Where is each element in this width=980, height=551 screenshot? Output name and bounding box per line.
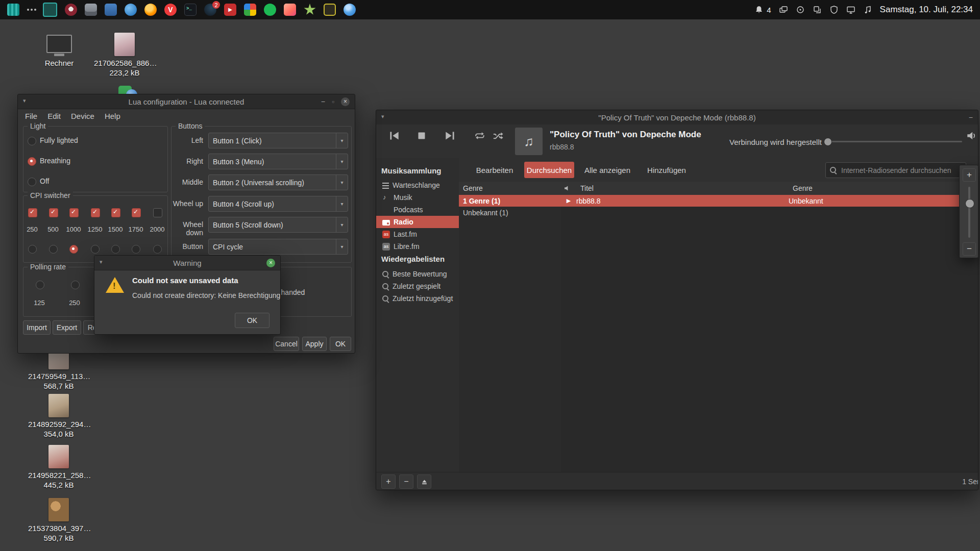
cpi-checkbox-1250[interactable]: [91, 208, 100, 217]
cpi-active-radio-2000[interactable]: [153, 245, 162, 254]
cpi-checkbox-1500[interactable]: [111, 208, 120, 217]
minimize-icon[interactable]: [321, 97, 325, 106]
sidebar-item-recently-added[interactable]: Zuletzt hinzugefügt: [376, 292, 459, 305]
games-launcher-icon[interactable]: [244, 4, 256, 16]
sidebar-item-librefm[interactable]: Libre.fm: [376, 240, 459, 253]
close-icon[interactable]: [266, 259, 275, 267]
cpi-checkbox-500[interactable]: [49, 208, 58, 217]
cancel-button[interactable]: Cancel: [274, 337, 299, 351]
edit-button[interactable]: Bearbeiten: [473, 162, 516, 178]
radio-fully-lighted[interactable]: [28, 137, 36, 145]
volume-down-button[interactable]: [963, 242, 976, 256]
star-app-icon[interactable]: [304, 4, 316, 16]
cpi-checkbox-1750[interactable]: [132, 208, 141, 217]
right-button-dropdown[interactable]: Button 3 (Menu): [208, 154, 348, 169]
seek-slider[interactable]: [827, 141, 962, 142]
window-list-icon[interactable]: [779, 5, 788, 14]
left-button-dropdown[interactable]: Button 1 (Click): [208, 133, 348, 148]
menu-help[interactable]: Help: [100, 110, 126, 122]
volume-slider-handle[interactable]: [965, 199, 974, 208]
track-row[interactable]: ▶ rbb88.8 Unbekannt: [561, 195, 978, 207]
cpi-checkbox-2000[interactable]: [153, 208, 162, 217]
media-player-icon[interactable]: [224, 4, 236, 16]
cpi-active-radio-1750[interactable]: [132, 245, 140, 254]
desktop-icon-image-3[interactable]: 214892592_294… 354,0 kB: [28, 394, 89, 439]
eject-button[interactable]: [417, 474, 431, 489]
minimize-icon[interactable]: [969, 113, 973, 121]
desktop-icon-image-5[interactable]: 215373804_397… 590,7 kB: [28, 498, 89, 543]
next-track-icon[interactable]: [444, 129, 457, 142]
repeat-icon[interactable]: [474, 130, 485, 141]
cpi-active-radio-1250[interactable]: [91, 245, 100, 254]
wheel-down-dropdown[interactable]: Button 5 (Scroll down): [208, 217, 348, 233]
warning-ok-button[interactable]: OK: [235, 313, 270, 328]
menu-device[interactable]: Device: [66, 110, 100, 122]
file-manager-icon[interactable]: [85, 4, 97, 16]
seek-slider-handle[interactable]: [824, 138, 832, 146]
desktop-icon-image-1[interactable]: 217062586_886… 223,2 kB: [94, 33, 155, 78]
browse-button[interactable]: Durchsuchen: [524, 162, 574, 178]
window-menu-icon[interactable]: [381, 113, 384, 120]
desktop-icon-image-4[interactable]: 214958221_258… 445,2 kB: [28, 445, 89, 490]
add-station-button[interactable]: [381, 474, 396, 489]
sidebar-item-lastfm[interactable]: Last.fm: [376, 228, 459, 240]
sidebar-item-queue[interactable]: Warteschlange: [376, 179, 459, 191]
maximize-icon[interactable]: [332, 97, 334, 106]
volume-up-button[interactable]: [963, 168, 976, 182]
genre2-column-header[interactable]: Genre: [789, 182, 978, 195]
cpi-active-radio-250[interactable]: [28, 245, 37, 254]
cpi-active-radio-500[interactable]: [49, 245, 58, 254]
lua-titlebar[interactable]: Lua configuration - Lua connected: [18, 94, 355, 109]
warning-titlebar[interactable]: Warning: [94, 256, 280, 270]
window-menu-icon[interactable]: [23, 97, 26, 104]
ok-button[interactable]: OK: [330, 337, 351, 351]
notification-count[interactable]: 4: [767, 6, 771, 14]
desktop-icon-computer[interactable]: Rechner: [29, 35, 90, 68]
terminal-icon[interactable]: [184, 4, 197, 16]
music-note-icon[interactable]: [863, 5, 872, 14]
photos-app-icon[interactable]: [284, 4, 296, 16]
shuffle-icon[interactable]: [493, 130, 504, 141]
close-icon[interactable]: [341, 97, 350, 106]
volume-slider[interactable]: [968, 187, 970, 238]
cpi-active-radio-1000[interactable]: [69, 245, 78, 254]
extra-button-dropdown[interactable]: CPI cycle: [208, 239, 348, 255]
add-button[interactable]: Hinzufügen: [644, 162, 690, 178]
apply-button[interactable]: Apply: [302, 337, 327, 351]
sidebar-item-radio[interactable]: Radio: [376, 216, 459, 228]
panel-clock[interactable]: Samstag, 10. Juli, 22:34: [880, 5, 973, 15]
radio-search-input[interactable]: [840, 166, 962, 175]
shield-icon[interactable]: [829, 5, 839, 14]
title-column-header[interactable]: Titel: [576, 182, 793, 195]
remove-station-button[interactable]: [399, 474, 413, 489]
menu-file[interactable]: File: [20, 110, 42, 122]
show-all-button[interactable]: Alle anzeigen: [581, 162, 633, 178]
firefox-icon[interactable]: [144, 4, 157, 16]
stop-icon[interactable]: [415, 129, 428, 142]
genre-column-header[interactable]: Genre: [459, 182, 566, 195]
window-menu-icon[interactable]: [100, 259, 103, 265]
layers-icon[interactable]: [813, 5, 822, 14]
wheel-up-dropdown[interactable]: Button 4 (Scroll up): [208, 196, 348, 212]
sidebar-item-recently-played[interactable]: Zuletzt gespielt: [376, 280, 459, 292]
player-titlebar[interactable]: "Policy Of Truth" von Depeche Mode (rbb8…: [376, 110, 978, 125]
cpi-active-radio-1500[interactable]: [111, 245, 120, 254]
radio-off[interactable]: [28, 178, 36, 186]
spotify-icon[interactable]: [264, 4, 276, 16]
radio-breathing[interactable]: [28, 157, 36, 166]
display-icon[interactable]: [846, 5, 855, 14]
disc-icon[interactable]: [796, 5, 805, 14]
cpi-checkbox-250[interactable]: [28, 208, 37, 217]
menu-edit[interactable]: Edit: [42, 110, 66, 122]
cpi-checkbox-1000[interactable]: [69, 208, 79, 217]
steam-icon[interactable]: 2: [204, 4, 216, 16]
audio-app-icon[interactable]: [324, 4, 336, 16]
web-browser-icon[interactable]: [344, 4, 356, 16]
app-menu-icon[interactable]: [7, 4, 19, 16]
thunderbird-icon[interactable]: [125, 4, 137, 16]
sidebar-item-best-rated[interactable]: Beste Bewertung: [376, 268, 459, 280]
notifications-bell-icon[interactable]: [754, 5, 764, 14]
genre-row-all[interactable]: 1 Genre (1): [459, 195, 565, 207]
sidebar-item-podcasts[interactable]: Podcasts: [376, 204, 459, 216]
sidebar-item-music[interactable]: Musik: [376, 191, 459, 204]
